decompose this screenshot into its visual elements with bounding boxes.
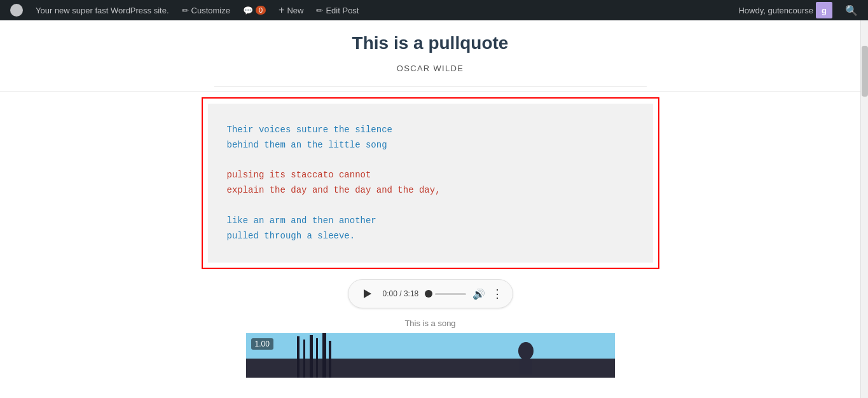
code-line-4: explain the day and the day and the day, bbox=[227, 185, 441, 195]
wp-logo-icon: W bbox=[10, 4, 23, 17]
svg-point-10 bbox=[518, 342, 534, 360]
user-avatar: g bbox=[816, 2, 832, 18]
page-wrapper: This is a pullquote OSCAR WILDE Their vo… bbox=[0, 20, 868, 398]
search-item[interactable]: 🔍 bbox=[840, 0, 863, 20]
adminbar-right: Howdy, gutencourse g 🔍 bbox=[733, 0, 863, 20]
site-name-label: Your new super fast WordPress site. bbox=[36, 6, 169, 15]
play-icon bbox=[364, 289, 371, 298]
plus-icon: + bbox=[279, 4, 284, 16]
customize-icon: ✏ bbox=[182, 6, 189, 15]
edit-icon: ✏ bbox=[316, 6, 323, 15]
howdy-item[interactable]: Howdy, gutencourse g bbox=[733, 0, 837, 20]
site-name-item[interactable]: Your new super fast WordPress site. bbox=[31, 0, 174, 20]
comment-icon: 💬 bbox=[243, 6, 253, 15]
time-current: 0:00 bbox=[383, 289, 397, 298]
svg-rect-3 bbox=[246, 359, 615, 378]
svg-rect-6 bbox=[310, 335, 313, 378]
svg-rect-7 bbox=[316, 338, 318, 378]
play-button[interactable] bbox=[359, 285, 376, 303]
more-options-icon[interactable]: ⋮ bbox=[492, 287, 502, 301]
separator bbox=[0, 92, 860, 92]
pullquote-title: This is a pullquote bbox=[240, 33, 621, 53]
svg-rect-4 bbox=[297, 336, 300, 378]
admin-bar: W Your new super fast WordPress site. ✏ … bbox=[0, 0, 868, 20]
content-area: This is a pullquote OSCAR WILDE Their vo… bbox=[0, 20, 860, 398]
customize-label: Customize bbox=[191, 6, 230, 15]
volume-icon[interactable]: 🔊 bbox=[472, 288, 485, 300]
pullquote-section: This is a pullquote OSCAR WILDE bbox=[214, 20, 647, 86]
svg-rect-2 bbox=[246, 333, 615, 359]
progress-dot bbox=[425, 290, 432, 298]
audio-time: 0:00 / 3:18 bbox=[383, 289, 419, 298]
comments-item[interactable]: 💬 0 bbox=[238, 0, 271, 20]
edit-post-label: Edit Post bbox=[326, 6, 359, 15]
comment-count-badge: 0 bbox=[256, 6, 266, 15]
code-block-wrapper: Their voices suture the silence behind t… bbox=[202, 97, 659, 269]
progress-track bbox=[435, 293, 465, 295]
time-separator: / bbox=[399, 289, 404, 298]
svg-rect-8 bbox=[322, 333, 326, 378]
audio-player: 0:00 / 3:18 🔊 ⋮ bbox=[348, 279, 513, 308]
howdy-label: Howdy, gutencourse bbox=[738, 6, 813, 15]
code-line-2: behind them an the little song bbox=[227, 140, 387, 150]
svg-rect-5 bbox=[303, 340, 305, 378]
image-thumbnail: 1.00 bbox=[246, 333, 615, 378]
scrollbar-track[interactable] bbox=[860, 20, 868, 398]
code-line-5: like an arm and then another bbox=[227, 216, 376, 226]
code-line-3: pulsing its staccato cannot bbox=[227, 170, 371, 180]
search-icon: 🔍 bbox=[845, 4, 858, 17]
scrollbar-thumb[interactable] bbox=[862, 46, 868, 97]
code-block: Their voices suture the silence behind t… bbox=[208, 104, 653, 263]
audio-progress[interactable] bbox=[425, 290, 465, 298]
edit-post-item[interactable]: ✏ Edit Post bbox=[311, 0, 364, 20]
customize-item[interactable]: ✏ Customize bbox=[177, 0, 235, 20]
code-line-1: Their voices suture the silence bbox=[227, 125, 392, 135]
svg-text:W: W bbox=[14, 8, 19, 14]
new-label: New bbox=[287, 6, 303, 15]
fake-image bbox=[246, 333, 615, 378]
wp-logo-item[interactable]: W bbox=[5, 0, 28, 20]
adminbar-left: W Your new super fast WordPress site. ✏ … bbox=[5, 0, 733, 20]
svg-rect-9 bbox=[329, 341, 331, 378]
svg-rect-11 bbox=[520, 359, 532, 374]
time-total: 3:18 bbox=[404, 289, 418, 298]
pullquote-author: OSCAR WILDE bbox=[240, 64, 621, 73]
code-line-6: pulled through a sleeve. bbox=[227, 231, 355, 241]
new-item[interactable]: + New bbox=[273, 0, 308, 20]
image-badge: 1.00 bbox=[251, 338, 273, 350]
media-caption: This is a song bbox=[0, 319, 860, 328]
